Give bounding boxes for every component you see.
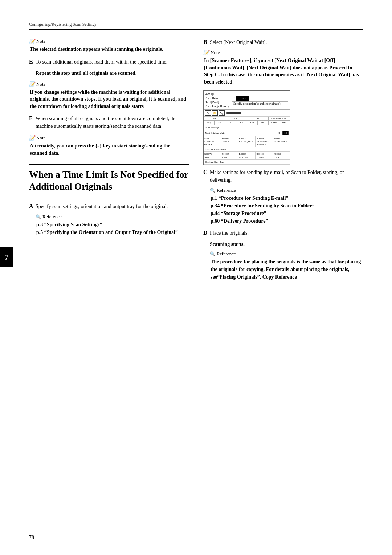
note-icon-2: 📝 (29, 81, 35, 87)
ref1-item-1: p.3 “Specifying Scan Settings” (36, 221, 189, 228)
note-label-3: 📝 Note (29, 135, 189, 141)
step-f-letter: F (29, 115, 36, 122)
screen-header-left: 200 dpi Auto Detect Text [Print] Auto Im… (205, 92, 229, 108)
screen-wait-r: R (277, 131, 282, 135)
reference-block-3: 🔍 Reference The procedure for placing th… (203, 251, 363, 281)
screen-density: Auto Image Density (205, 105, 229, 108)
ref-label-1: 🔍 Reference (36, 214, 189, 220)
reference-block-2: 🔍 Reference p.1 “Procedure for Sending E… (203, 187, 363, 225)
note-b-text: In [Scanner Features], if you set [Next … (203, 57, 363, 85)
step-b: B Select [Next Original Wait]. (203, 39, 363, 46)
note-block-1: 📝 Note The selected destination appears … (29, 39, 189, 53)
reference-block-1: 🔍 Reference p.3 “Specifying Scan Setting… (29, 214, 189, 236)
screen-col-to: To (204, 117, 225, 120)
page-number: 78 (29, 535, 34, 540)
step-b-letter: B (203, 39, 210, 45)
step-d-text: Place the originals. (210, 229, 363, 237)
screen-next-original-wait-label: Next Original Wait (205, 131, 277, 134)
screen-col-regno: Registration No. (269, 117, 290, 120)
screen-header: 200 dpi Auto Detect Text [Print] Auto Im… (204, 91, 290, 110)
screen-icon-phone: 📞 (219, 110, 225, 116)
scanning-starts: Scanning starts. (203, 240, 363, 248)
screen-text-type: Auto Detect (205, 97, 220, 100)
screen-ready-section: ○ Ready Specify destination(s) and set o… (232, 95, 288, 106)
screen-wait-18: 18 (282, 131, 289, 135)
screen-icon-folder: 📁 (212, 110, 218, 116)
breadcrumb: Configuring/Registering Scan Settings (29, 22, 363, 30)
side-tab-number: 7 (0, 247, 13, 267)
screen-dpi: 200 dpi (205, 92, 214, 96)
ref2-item-2: p.34 “Procedure for Sending by Scan to F… (210, 202, 363, 210)
left-column: 📝 Note The selected destination appears … (29, 39, 189, 285)
screen-progress-bar (226, 112, 241, 114)
screen-header-cols: To Cc Bcc Registration No. (204, 117, 290, 121)
screen-dest-cell-1-1: R00011LONDON OFFICE (204, 136, 221, 147)
screen-next-original-wait-row: Next Original Wait R 18 (204, 130, 290, 136)
step-c: C Make settings for sending by e-mail, o… (203, 169, 363, 184)
screen-tab-lmn: LMN (269, 121, 279, 125)
ref2-item-1: p.1 “Procedure for Sending E-mail” (210, 194, 363, 202)
screen-ext-top-label: Original Ext.: Top (204, 160, 290, 165)
screen-dest-cell-1-3: R00013LEGAL_DT Y (238, 136, 256, 147)
ref-label-2: 🔍 Reference (210, 187, 363, 193)
ref3-text: The procedure for placing the originals … (210, 258, 363, 281)
screen-dest-cell-2-3: R00009ABC_NET (238, 152, 256, 159)
ref-icon-1: 🔍 (36, 214, 41, 220)
step-f-text: When scanning of all originals and the c… (36, 115, 189, 130)
step-c-text: Make settings for sending by e-mail, or … (210, 169, 363, 184)
screen-dest-cell-2-2: R00065Allen (221, 152, 238, 159)
step-d-letter: D (203, 230, 210, 236)
step-a-letter: A (29, 203, 36, 210)
step-b-text: Select [Next Original Wait]. (210, 39, 363, 46)
note3-text: Alternately, you can press the {#} key t… (29, 142, 189, 157)
screen-icons-row: ✎ 📁 📞 (204, 110, 290, 117)
note-label-1: 📝 Note (29, 39, 189, 44)
note-block-b: 📝 Note In [Scanner Features], if you set… (203, 50, 363, 85)
ref2-item-4: p.60 “Delivery Procedure” (210, 217, 363, 225)
step-e: E To scan additional originals, load the… (29, 58, 189, 66)
screen-icon-pen: ✎ (205, 110, 211, 116)
screen-orientation-label: Original Orientation (204, 147, 290, 152)
note2-text: If you change settings while the machine… (29, 89, 189, 110)
note1-text: The selected destination appears while s… (29, 46, 189, 53)
screen-tab-ef: EF (236, 121, 247, 125)
note-icon-1: 📝 (29, 39, 35, 44)
ref1-item-2: p.5 “Specifying the Orientation and Outp… (36, 228, 189, 236)
note-block-2: 📝 Note If you change settings while the … (29, 81, 189, 110)
step-d: D Place the originals. (203, 229, 363, 237)
screen-dest-row-2: R00071Alex R00065Allen R00009ABC_NET R00… (204, 152, 290, 160)
step-c-letter: C (203, 169, 210, 175)
step-e-bold: Repeat this step until all originals are… (29, 69, 189, 77)
screen-display: 200 dpi Auto Detect Text [Print] Auto Im… (203, 90, 290, 165)
ref-icon-2: 🔍 (210, 188, 215, 193)
note-label-2: 📝 Note (29, 81, 189, 87)
screen-dest-cell-1-2: R00012Done.Id (221, 136, 238, 147)
screen-tab-gh: GH (247, 121, 258, 125)
ref-label-3: 🔍 Reference (210, 251, 363, 257)
screen-scan-settings-label: Scan Settings (204, 125, 290, 130)
screen-font-type: Text [Print] (205, 101, 219, 104)
screen-dest-cell-2-1: R00071Alex (204, 152, 221, 159)
screen-col-bcc: Bcc (247, 117, 269, 120)
screen-dest-row-1: R00011LONDON OFFICE R00012Done.Id R00013… (204, 136, 290, 147)
note-icon-b: 📝 (203, 50, 209, 56)
ref2-item-3: p.44 “Storage Procedure” (210, 210, 363, 217)
screen-dest-cell-1-4: R00041NEW YORK BRANCH (256, 136, 273, 147)
step-e-text: To scan additional originals, load them … (36, 58, 189, 66)
step-f: F When scanning of all originals and the… (29, 115, 189, 130)
note-label-b: 📝 Note (203, 50, 363, 56)
screen-dest-cell-2-5: R00011Frank (273, 152, 290, 159)
right-column: B Select [Next Original Wait]. 📝 Note In… (203, 39, 363, 285)
section-heading: When a Time Limit Is Not Specified for A… (29, 164, 189, 197)
ref-icon-3: 🔍 (210, 251, 215, 257)
screen-ready-badge: Ready (236, 96, 249, 101)
screen-col-cc: Cc (225, 117, 247, 120)
screen-tab-freq: Freq. (204, 121, 215, 125)
screen-ready-sub: Specify destination(s) and set original(… (232, 102, 288, 106)
screen-tab-cc: CC (225, 121, 236, 125)
note-icon-3: 📝 (29, 135, 35, 141)
step-e-letter: E (29, 58, 36, 65)
step-a: A Specify scan settings, orientation and… (29, 203, 189, 210)
note-block-3: 📝 Note Alternately, you can press the {#… (29, 135, 189, 157)
screen-tabs: Freq. AB CC EF GH IJK LMN OPO (204, 121, 290, 125)
